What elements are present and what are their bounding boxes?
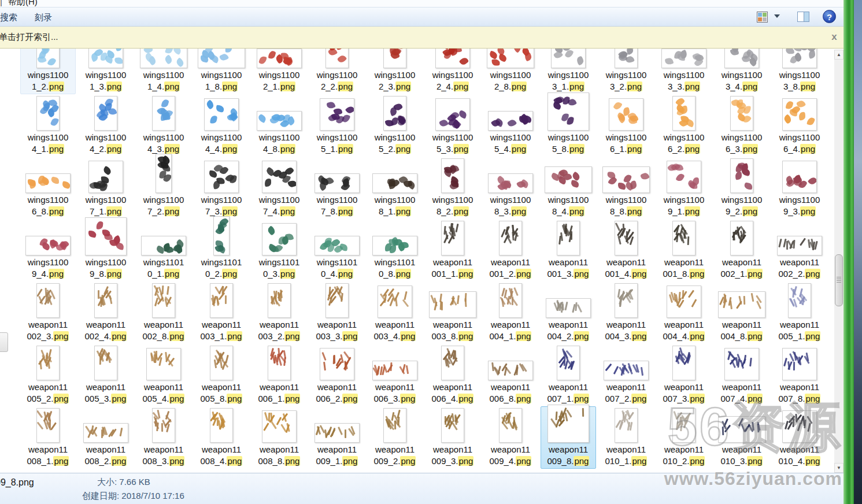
file-item[interactable]: weapon11009_4.png: [483, 406, 538, 469]
file-item[interactable]: weapon11008_8.png: [251, 406, 307, 469]
file-item[interactable]: wings11010_2.png: [194, 219, 249, 281]
file-item[interactable]: weapon11006_8.png: [483, 344, 538, 406]
scroll-down-arrow-icon[interactable]: ▼: [834, 463, 843, 473]
file-item[interactable]: wings11005_2.png: [367, 94, 423, 157]
file-item[interactable]: weapon11010_1.png: [598, 406, 654, 469]
menu-item-help[interactable]: 帮助(H): [8, 0, 38, 8]
file-item[interactable]: wings11002_3.png: [367, 49, 423, 94]
file-item[interactable]: wings11009_4.png: [20, 219, 76, 281]
file-item[interactable]: weapon11001_4.png: [598, 219, 654, 281]
file-item[interactable]: wings11006_8.png: [20, 157, 76, 219]
file-item[interactable]: wings11007_4.png: [251, 157, 307, 219]
file-item[interactable]: wings11009_3.png: [772, 157, 827, 219]
file-item[interactable]: weapon11009_1.png: [309, 406, 365, 469]
close-icon[interactable]: x: [828, 31, 841, 43]
file-item[interactable]: wings11008_4.png: [541, 157, 596, 219]
file-item[interactable]: wings11010_8.png: [367, 219, 423, 281]
file-item[interactable]: wings11002_1.png: [251, 49, 307, 94]
file-item[interactable]: wings11002_8.png: [483, 49, 538, 94]
file-item[interactable]: weapon11002_8.png: [136, 281, 191, 344]
file-item[interactable]: weapon11007_4.png: [714, 344, 769, 406]
file-item[interactable]: wings11004_3.png: [136, 94, 191, 157]
file-item[interactable]: weapon11008_1.png: [20, 406, 76, 469]
file-item[interactable]: wings11010_3.png: [251, 219, 307, 281]
file-item[interactable]: weapon11002_2.png: [772, 219, 827, 281]
file-item[interactable]: wings11010_4.png: [309, 219, 365, 281]
file-item[interactable]: wings11004_8.png: [251, 94, 307, 157]
file-item[interactable]: weapon11003_2.png: [251, 281, 307, 344]
file-item[interactable]: wings11003_1.png: [541, 49, 596, 94]
file-item[interactable]: wings11006_4.png: [772, 94, 827, 157]
file-item[interactable]: wings11007_1.png: [78, 157, 134, 219]
file-item[interactable]: weapon11006_4.png: [425, 344, 480, 406]
file-item[interactable]: weapon11001_1.png: [425, 219, 480, 281]
file-list-area[interactable]: wings11001_2.pngwings11001_3.pngwings110…: [0, 49, 834, 473]
file-item[interactable]: wings11001_3.png: [78, 49, 134, 94]
file-item[interactable]: weapon11010_2.png: [656, 406, 712, 469]
file-item[interactable]: weapon11006_3.png: [367, 344, 423, 406]
file-item[interactable]: wings11004_4.png: [194, 94, 249, 157]
burn-button[interactable]: 刻录: [30, 10, 57, 24]
scrollbar-thumb[interactable]: [835, 254, 843, 306]
file-item[interactable]: weapon11003_8.png: [425, 281, 480, 344]
file-item[interactable]: weapon11006_2.png: [309, 344, 365, 406]
file-item[interactable]: wings11005_3.png: [425, 94, 480, 157]
file-item[interactable]: weapon11007_1.png: [541, 344, 596, 406]
index-info-bar[interactable]: 单击打开索引... x: [0, 27, 843, 49]
file-item[interactable]: wings11003_4.png: [714, 49, 769, 94]
file-item[interactable]: wings11005_4.png: [483, 94, 538, 157]
scroll-up-arrow-icon[interactable]: ▲: [834, 50, 843, 60]
file-item[interactable]: weapon11008_3.png: [136, 406, 191, 469]
info-bar-message[interactable]: 单击打开索引...: [0, 32, 58, 43]
file-item[interactable]: weapon11002_3.png: [20, 281, 76, 344]
file-item[interactable]: weapon11001_8.png: [656, 219, 712, 281]
file-item[interactable]: weapon11004_3.png: [598, 281, 654, 344]
preview-pane-button[interactable]: [795, 10, 812, 24]
file-item[interactable]: wings11008_3.png: [483, 157, 538, 219]
vertical-scrollbar[interactable]: ▲ ▼: [834, 50, 843, 473]
file-item[interactable]: wings11003_3.png: [656, 49, 712, 94]
file-item[interactable]: weapon11005_1.png: [772, 281, 827, 344]
file-item[interactable]: wings11001_8.png: [194, 49, 249, 94]
file-item[interactable]: weapon11003_3.png: [309, 281, 365, 344]
file-item[interactable]: weapon11003_1.png: [194, 281, 249, 344]
file-item[interactable]: wings11004_2.png: [78, 94, 134, 157]
file-item[interactable]: weapon11007_8.png: [772, 344, 827, 406]
file-item[interactable]: wings11009_8.png: [78, 219, 134, 281]
file-item[interactable]: weapon11001_2.png: [483, 219, 538, 281]
file-item[interactable]: wings11002_4.png: [425, 49, 480, 94]
file-item[interactable]: wings11009_2.png: [714, 157, 769, 219]
file-item[interactable]: weapon11002_4.png: [78, 281, 134, 344]
file-item[interactable]: weapon11009_3.png: [425, 406, 480, 469]
file-item[interactable]: weapon11010_3.png: [714, 406, 769, 469]
file-item[interactable]: wings11007_2.png: [136, 157, 191, 219]
file-item[interactable]: weapon11010_4.png: [772, 406, 827, 469]
change-view-button[interactable]: [753, 10, 787, 24]
file-item[interactable]: weapon11009_8.png: [541, 406, 596, 469]
file-item[interactable]: weapon11005_2.png: [20, 344, 76, 406]
pane-edge-handle[interactable]: [0, 332, 8, 352]
file-item[interactable]: wings11005_1.png: [309, 94, 365, 157]
file-item[interactable]: weapon11009_2.png: [367, 406, 423, 469]
file-item[interactable]: weapon11002_1.png: [714, 219, 769, 281]
file-item[interactable]: wings11007_8.png: [309, 157, 365, 219]
file-item[interactable]: wings11001_2.png: [20, 49, 76, 94]
file-item[interactable]: wings11001_4.png: [136, 49, 191, 94]
search-button[interactable]: 搜索: [0, 10, 22, 24]
file-item[interactable]: wings11002_2.png: [309, 49, 365, 94]
file-item[interactable]: weapon11004_4.png: [656, 281, 712, 344]
file-item[interactable]: weapon11003_4.png: [367, 281, 423, 344]
file-item[interactable]: wings11008_8.png: [598, 157, 654, 219]
file-item[interactable]: weapon11005_8.png: [194, 344, 249, 406]
file-item[interactable]: weapon11004_8.png: [714, 281, 769, 344]
file-item[interactable]: wings11005_8.png: [541, 94, 596, 157]
file-item[interactable]: weapon11005_4.png: [136, 344, 191, 406]
file-item[interactable]: weapon11006_1.png: [251, 344, 307, 406]
file-item[interactable]: weapon11008_2.png: [78, 406, 134, 469]
file-item[interactable]: wings11007_3.png: [194, 157, 249, 219]
file-item[interactable]: wings11003_2.png: [598, 49, 654, 94]
file-item[interactable]: weapon11007_2.png: [598, 344, 654, 406]
file-item[interactable]: wings11006_1.png: [598, 94, 654, 157]
file-item[interactable]: weapon11008_4.png: [194, 406, 249, 469]
help-button[interactable]: ?: [822, 9, 837, 24]
